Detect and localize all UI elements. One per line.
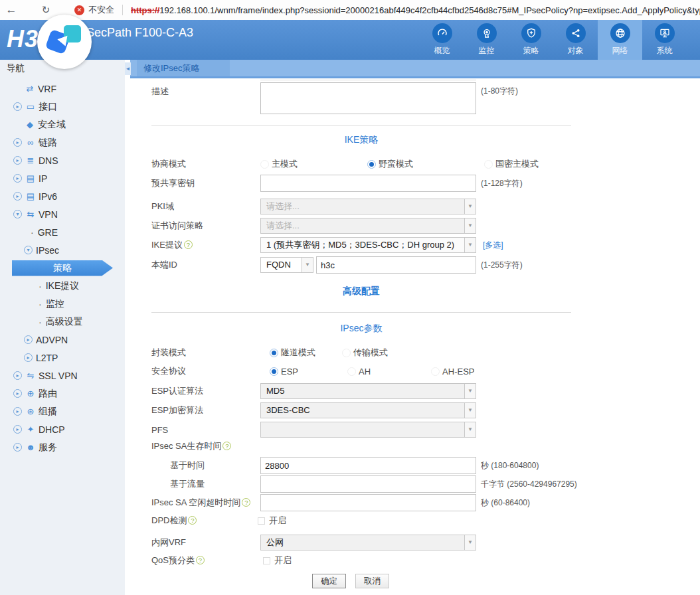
collapse-icon[interactable]: ▾ bbox=[13, 210, 22, 218]
sidebar-item-ipv6[interactable]: ▸▤IPv6 bbox=[0, 187, 125, 205]
nav-monitor[interactable]: 监控 bbox=[464, 20, 509, 60]
help-icon[interactable]: ? bbox=[196, 556, 205, 564]
pki-domain-select[interactable]: 请选择...▼ bbox=[260, 199, 476, 214]
radio-main-mode[interactable] bbox=[260, 160, 269, 169]
radio-aggressive-mode[interactable] bbox=[367, 160, 376, 169]
nav-network[interactable]: 网络 bbox=[598, 20, 642, 60]
idle-timeout-label: IPsec SA 空闲超时时间? bbox=[151, 497, 260, 509]
expand-icon[interactable]: ▸ bbox=[13, 407, 22, 416]
negotiation-mode-label: 协商模式 bbox=[151, 158, 260, 170]
sidebar-item-ip[interactable]: ▸▤IP bbox=[0, 169, 125, 187]
expand-icon[interactable]: ▸ bbox=[13, 174, 22, 183]
sidebar-item-vrf[interactable]: ⇄VRF bbox=[0, 80, 125, 98]
sidebar-item-dns[interactable]: ▸≣DNS bbox=[0, 151, 125, 169]
radio-ah-esp[interactable] bbox=[431, 367, 440, 376]
expand-icon[interactable]: ▸ bbox=[24, 353, 33, 362]
sidebar-item-service[interactable]: ▸☻服务 bbox=[0, 438, 125, 456]
esp-auth-label: ESP认证算法 bbox=[151, 385, 260, 397]
expand-icon[interactable]: ▸ bbox=[13, 389, 22, 398]
sidebar-item-ipsec[interactable]: ▾IPsec bbox=[0, 241, 125, 259]
collapse-icon[interactable]: ▾ bbox=[24, 246, 33, 254]
esp-auth-select[interactable]: MD5▼ bbox=[260, 383, 476, 399]
ike-proposal-select[interactable]: 1 (预共享密钥；MD5；3DES-CBC；DH group 2)▼ bbox=[260, 237, 476, 253]
sidebar-nav: ⇄VRF▸▭接口◆安全域▸∞链路▸≣DNS▸▤IP▸▤IPv6▾⇆VPN·GRE… bbox=[0, 77, 125, 456]
cancel-button[interactable]: 取消 bbox=[355, 574, 389, 588]
advanced-config-link[interactable]: 高级配置 bbox=[151, 286, 571, 298]
cert-access-policy-select[interactable]: 请选择...▼ bbox=[260, 218, 476, 234]
chevron-down-icon: ▼ bbox=[464, 384, 476, 398]
radio-tunnel-mode[interactable] bbox=[270, 349, 278, 357]
help-icon[interactable]: ? bbox=[184, 240, 193, 249]
expand-icon[interactable]: ▸ bbox=[13, 156, 22, 165]
sidebar-item-label: IPsec bbox=[36, 245, 59, 256]
tab-modify-ipsec-policy[interactable]: 修改IPsec策略 bbox=[137, 60, 230, 76]
dpd-label: DPD检测? bbox=[151, 515, 260, 527]
sidebar-item-ssl-vpn[interactable]: ▸⇋SSL VPN bbox=[0, 367, 125, 384]
radio-esp[interactable] bbox=[270, 367, 278, 376]
nav-overview[interactable]: 概览 bbox=[420, 20, 464, 60]
sidebar-selected-banner[interactable]: 策略 bbox=[12, 260, 113, 276]
sidebar-item-interface[interactable]: ▸▭接口 bbox=[0, 98, 125, 116]
nav-policy[interactable]: 策略 bbox=[509, 20, 553, 60]
address-bar[interactable]: https://192.168.100.1/wnm/frame/index.ph… bbox=[131, 5, 700, 15]
reload-icon[interactable]: ↻ bbox=[36, 4, 56, 16]
help-icon[interactable]: ? bbox=[242, 498, 250, 507]
expand-icon[interactable]: ▸ bbox=[13, 192, 22, 201]
nav-system[interactable]: 系统 bbox=[642, 20, 687, 60]
expand-icon[interactable]: ▸ bbox=[13, 102, 22, 111]
expand-icon[interactable]: ▸ bbox=[13, 443, 22, 452]
time-based-hint: 秒 (180-604800) bbox=[481, 460, 539, 471]
sidebar-item-gre[interactable]: ·GRE bbox=[0, 223, 125, 241]
sidebar-item-ipsec-advanced[interactable]: ·高级设置 bbox=[0, 313, 125, 331]
sidebar-item-l2tp[interactable]: ▸L2TP bbox=[0, 349, 125, 367]
back-icon[interactable]: ← bbox=[0, 3, 23, 17]
expand-icon[interactable]: ▸ bbox=[24, 335, 33, 344]
nav-object[interactable]: 对象 bbox=[553, 20, 598, 60]
sidebar-item-ipsec-monitor[interactable]: ·监控 bbox=[0, 295, 125, 313]
chevron-down-icon: ▼ bbox=[464, 422, 476, 437]
pfs-label: PFS bbox=[151, 425, 260, 435]
expand-icon[interactable]: ▸ bbox=[13, 425, 22, 434]
ok-button[interactable]: 确定 bbox=[312, 574, 346, 588]
sidebar-item-dhcp[interactable]: ▸✦DHCP bbox=[0, 420, 125, 438]
local-id-type-select[interactable]: FQDN▼ bbox=[260, 257, 313, 273]
sidebar-item-label: 高级设置 bbox=[46, 316, 83, 328]
help-icon[interactable]: ? bbox=[222, 442, 231, 450]
idle-timeout-input[interactable] bbox=[260, 494, 476, 511]
description-textarea[interactable] bbox=[260, 82, 476, 114]
local-id-input[interactable] bbox=[316, 256, 476, 274]
sidebar-item-ike-proposal[interactable]: ·IKE提议 bbox=[0, 277, 125, 295]
expand-icon[interactable]: ▸ bbox=[13, 371, 22, 380]
help-icon[interactable]: ? bbox=[188, 516, 197, 525]
sidebar-item-advpn[interactable]: ▸ADVPN bbox=[0, 331, 125, 349]
dpd-enable-checkbox[interactable] bbox=[258, 517, 265, 525]
radio-transport-mode[interactable] bbox=[342, 349, 351, 357]
sidebar-item-ipsec-policy[interactable]: 策略 bbox=[0, 259, 125, 277]
monitor-camera-icon bbox=[477, 23, 497, 43]
remote-control-badge[interactable] bbox=[37, 15, 92, 69]
qos-enable-checkbox[interactable] bbox=[263, 557, 270, 564]
expand-icon[interactable]: ▸ bbox=[13, 138, 22, 147]
sidebar-item-vpn[interactable]: ▾⇆VPN bbox=[0, 205, 125, 223]
sidebar-item-route[interactable]: ▸⊕路由 bbox=[0, 384, 125, 402]
time-based-input[interactable] bbox=[260, 457, 476, 474]
psk-input[interactable] bbox=[260, 175, 476, 192]
security-label[interactable]: 不安全 bbox=[88, 4, 114, 16]
esp-enc-select[interactable]: 3DES-CBC▼ bbox=[260, 402, 476, 418]
multi-select-link[interactable]: [多选] bbox=[483, 240, 503, 251]
section-divider bbox=[151, 312, 571, 313]
traffic-based-input[interactable] bbox=[260, 475, 476, 493]
sidebar-item-security-zone[interactable]: ◆安全域 bbox=[0, 116, 125, 133]
sidebar-item-multicast[interactable]: ▸⊛组播 bbox=[0, 402, 125, 420]
dhcp-icon: ✦ bbox=[25, 424, 36, 434]
pfs-select[interactable]: ▼ bbox=[260, 422, 476, 438]
sidebar-collapse-icon[interactable]: ◄ bbox=[125, 62, 131, 75]
radio-gm-main-mode[interactable] bbox=[484, 160, 493, 169]
sidebar-item-link[interactable]: ▸∞链路 bbox=[0, 133, 125, 151]
bullet: · bbox=[39, 299, 42, 309]
sidebar-item-label: VRF bbox=[38, 84, 56, 94]
bullet: · bbox=[39, 281, 42, 292]
radio-ah[interactable] bbox=[347, 367, 356, 376]
insecure-badge-icon[interactable]: ✕ bbox=[74, 5, 84, 15]
inner-vrf-select[interactable]: 公网▼ bbox=[260, 535, 476, 551]
